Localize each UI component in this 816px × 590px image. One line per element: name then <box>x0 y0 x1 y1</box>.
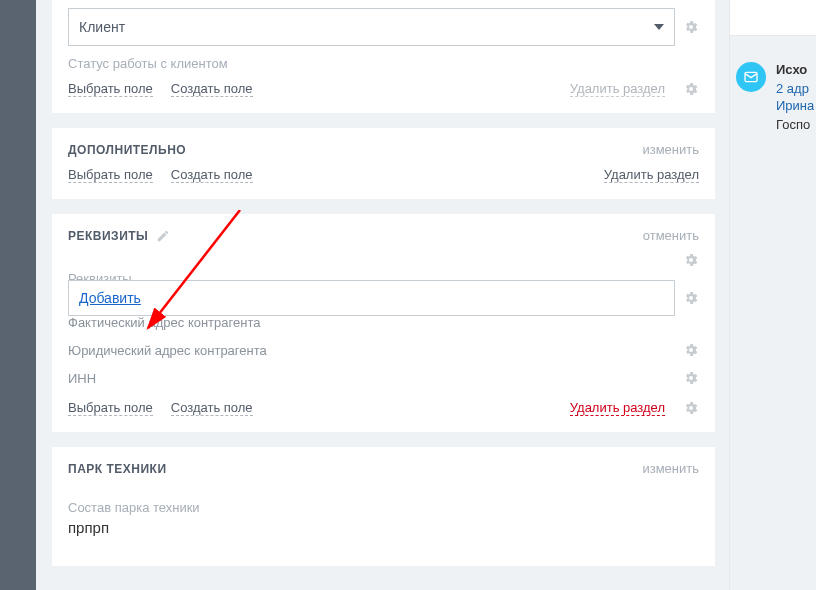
card-additional: ДОПОЛНИТЕЛЬНО изменить Выбрать поле Созд… <box>52 128 715 199</box>
add-link[interactable]: Добавить <box>79 290 141 306</box>
edit-link[interactable]: изменить <box>642 461 699 476</box>
gear-icon[interactable] <box>683 400 699 416</box>
section-title-tech: ПАРК ТЕХНИКИ <box>68 462 167 476</box>
gear-icon[interactable] <box>683 370 699 386</box>
create-field-link[interactable]: Создать поле <box>171 81 253 97</box>
gear-icon[interactable] <box>683 290 699 306</box>
main-column: Клиент Статус работы с клиентом Выбрать … <box>36 0 729 590</box>
gear-icon[interactable] <box>683 81 699 97</box>
mail-address: 2 адр <box>776 81 814 96</box>
left-sidebar <box>0 0 36 590</box>
tech-field-value: прпрп <box>68 519 699 536</box>
section-title-requisites: РЕКВИЗИТЫ <box>68 229 148 243</box>
choose-field-link[interactable]: Выбрать поле <box>68 400 153 416</box>
requisites-input[interactable]: Добавить <box>68 280 675 316</box>
choose-field-link[interactable]: Выбрать поле <box>68 167 153 183</box>
client-select-value: Клиент <box>79 19 125 35</box>
chevron-down-icon <box>654 24 664 30</box>
gear-icon[interactable] <box>683 19 699 35</box>
mail-from: Ирина <box>776 98 814 113</box>
right-top-card <box>730 0 816 36</box>
card-tech-park: ПАРК ТЕХНИКИ изменить Состав парка техни… <box>52 447 715 566</box>
create-field-link[interactable]: Создать поле <box>171 400 253 416</box>
mail-subject: Исхо <box>776 62 814 77</box>
gear-icon[interactable] <box>683 342 699 358</box>
delete-section-link[interactable]: Удалить раздел <box>570 81 665 97</box>
pencil-icon[interactable] <box>156 229 170 243</box>
status-label: Статус работы с клиентом <box>68 56 699 71</box>
gear-icon[interactable] <box>683 252 699 268</box>
edit-link[interactable]: изменить <box>642 142 699 157</box>
mail-icon <box>736 62 766 92</box>
right-column: Исхо 2 адр Ирина Госпо <box>729 0 816 590</box>
create-field-link[interactable]: Создать поле <box>171 167 253 183</box>
mail-body: Госпо <box>776 117 814 132</box>
cancel-link[interactable]: отменить <box>643 228 699 243</box>
choose-field-link[interactable]: Выбрать поле <box>68 81 153 97</box>
facts-address-field[interactable]: Фактический адрес контрагента <box>68 315 699 330</box>
inn-field[interactable]: ИНН <box>68 371 673 386</box>
card-requisites: РЕКВИЗИТЫ отменить Реквизиты Добавить <box>52 214 715 432</box>
mail-item[interactable]: Исхо 2 адр Ирина Госпо <box>730 62 816 132</box>
delete-section-link[interactable]: Удалить раздел <box>570 400 665 416</box>
client-select[interactable]: Клиент <box>68 8 675 46</box>
section-title-additional: ДОПОЛНИТЕЛЬНО <box>68 143 186 157</box>
legal-address-field[interactable]: Юридический адрес контрагента <box>68 343 673 358</box>
card-client: Клиент Статус работы с клиентом Выбрать … <box>52 0 715 113</box>
tech-field-label: Состав парка техники <box>68 500 699 515</box>
delete-section-link[interactable]: Удалить раздел <box>604 167 699 183</box>
